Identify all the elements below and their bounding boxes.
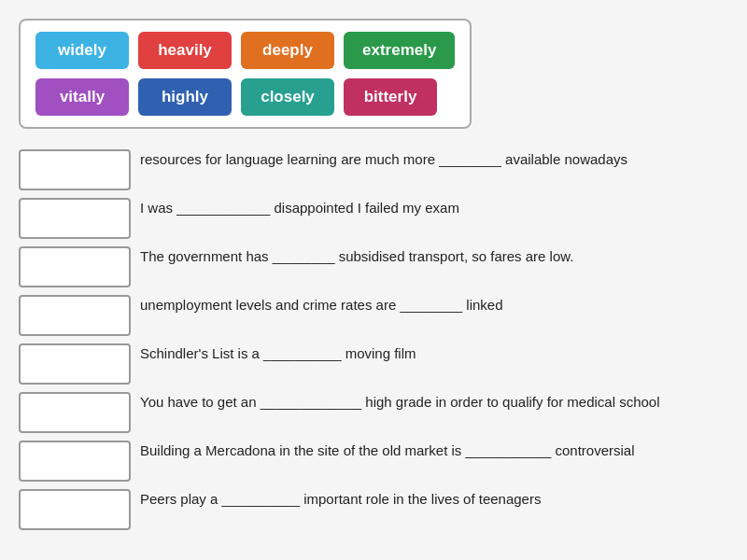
word-chip-bitterly[interactable]: bitterly <box>344 78 437 116</box>
question-row: Peers play a __________ important role i… <box>19 487 728 530</box>
word-bank-row-1: widelyheavilydeeplyextremely <box>35 32 455 69</box>
question-text-6: You have to get an _____________ high gr… <box>140 390 660 413</box>
word-chip-vitally[interactable]: vitally <box>35 78 129 116</box>
question-text-8: Peers play a __________ important role i… <box>140 487 541 510</box>
answer-box-4[interactable] <box>19 295 131 336</box>
questions-container: resources for language learning are much… <box>19 147 728 530</box>
word-chip-heavily[interactable]: heavily <box>138 32 232 69</box>
question-row: Building a Mercadona in the site of the … <box>19 439 728 482</box>
question-text-4: unemployment levels and crime rates are … <box>140 293 503 315</box>
word-bank: widelyheavilydeeplyextremely vitallyhigh… <box>19 19 472 129</box>
word-chip-deeply[interactable]: deeply <box>241 32 334 69</box>
question-text-5: Schindler's List is a __________ moving … <box>140 342 416 364</box>
word-bank-row-2: vitallyhighlycloselybitterly <box>35 78 455 116</box>
answer-box-2[interactable] <box>19 198 131 239</box>
word-chip-widely[interactable]: widely <box>35 32 129 69</box>
word-chip-extremely[interactable]: extremely <box>344 32 455 69</box>
word-chip-highly[interactable]: highly <box>138 78 232 116</box>
answer-box-8[interactable] <box>19 489 131 530</box>
question-row: Schindler's List is a __________ moving … <box>19 342 728 385</box>
answer-box-6[interactable] <box>19 392 131 433</box>
answer-box-7[interactable] <box>19 441 131 482</box>
question-text-3: The government has ________ subsidised t… <box>140 245 573 267</box>
answer-box-3[interactable] <box>19 246 131 287</box>
word-chip-closely[interactable]: closely <box>241 78 334 116</box>
question-row: I was ____________ disappointed I failed… <box>19 196 728 239</box>
question-text-1: resources for language learning are much… <box>140 147 627 170</box>
question-text-7: Building a Mercadona in the site of the … <box>140 439 635 461</box>
question-row: You have to get an _____________ high gr… <box>19 390 728 433</box>
question-text-2: I was ____________ disappointed I failed… <box>140 196 459 218</box>
question-row: The government has ________ subsidised t… <box>19 245 728 287</box>
question-row: unemployment levels and crime rates are … <box>19 293 728 336</box>
answer-box-1[interactable] <box>19 149 131 190</box>
answer-box-5[interactable] <box>19 343 131 385</box>
question-row: resources for language learning are much… <box>19 147 728 190</box>
